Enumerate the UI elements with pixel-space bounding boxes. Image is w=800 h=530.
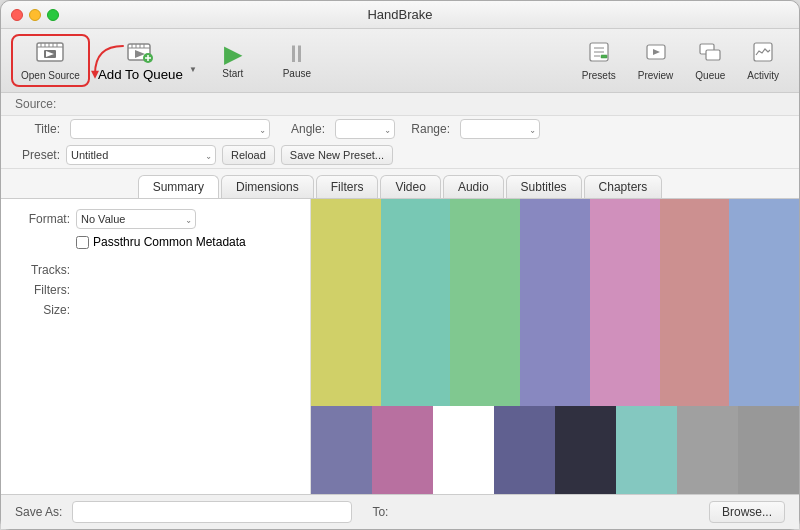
color-bar-7 (729, 199, 799, 406)
pause-button[interactable]: ⏸ Pause (267, 38, 327, 83)
browse-button[interactable]: Browse... (709, 501, 785, 523)
save-new-preset-button[interactable]: Save New Preset... (281, 145, 393, 165)
passthru-checkbox[interactable] (76, 236, 89, 249)
source-label: Source: (15, 97, 56, 111)
pause-label: Pause (283, 68, 311, 79)
passthru-label: Passthru Common Metadata (93, 235, 246, 249)
bottom-bar-4 (494, 406, 555, 495)
save-as-input[interactable] (72, 501, 352, 523)
open-source-button[interactable]: Open Source (11, 34, 90, 87)
color-bar-4 (520, 199, 590, 406)
tab-dimensions[interactable]: Dimensions (221, 175, 314, 198)
add-to-queue-group: Add To Queue ▼ (94, 36, 199, 86)
tab-summary[interactable]: Summary (138, 175, 219, 198)
close-button[interactable] (11, 9, 23, 21)
to-label: To: (372, 505, 388, 519)
preset-select-wrapper: Untitled (66, 145, 216, 165)
add-to-queue-dropdown[interactable]: ▼ (187, 63, 199, 76)
bottom-bar-7 (677, 406, 738, 495)
bottom-bar-8 (738, 406, 799, 495)
open-source-icon (36, 40, 64, 68)
format-select[interactable]: No Value (76, 209, 196, 229)
preview-label: Preview (638, 70, 674, 81)
format-select-wrapper: No Value (76, 209, 196, 229)
activity-label: Activity (747, 70, 779, 81)
preview-icon (645, 41, 667, 68)
activity-button[interactable]: Activity (737, 37, 789, 85)
start-button[interactable]: ▶ Start (203, 38, 263, 83)
content-area: Format: No Value Passthru Common Metadat… (1, 198, 799, 494)
range-select[interactable] (460, 119, 540, 139)
tracks-label: Tracks: (15, 263, 70, 277)
color-bar-1 (311, 199, 381, 406)
window-controls (11, 9, 59, 21)
titlebar: HandBrake (1, 1, 799, 29)
color-test-pattern (311, 199, 799, 494)
window-title: HandBrake (367, 7, 432, 22)
svg-rect-28 (706, 50, 720, 60)
format-label: Format: (15, 212, 70, 226)
size-label: Size: (15, 303, 70, 317)
range-select-wrapper (460, 119, 540, 139)
title-select[interactable] (70, 119, 270, 139)
bottom-bar: Save As: To: Browse... (1, 494, 799, 529)
bottom-bar-2 (372, 406, 433, 495)
presets-label: Presets (582, 70, 616, 81)
tabs-bar: Summary Dimensions Filters Video Audio S… (1, 169, 799, 198)
bottom-bar-1 (311, 406, 372, 495)
title-select-wrapper (70, 119, 270, 139)
queue-label: Queue (695, 70, 725, 81)
maximize-button[interactable] (47, 9, 59, 21)
start-icon: ▶ (224, 42, 242, 66)
svg-rect-24 (601, 55, 607, 58)
left-panel: Format: No Value Passthru Common Metadat… (1, 199, 311, 494)
queue-icon (699, 41, 721, 68)
color-bar-3 (450, 199, 520, 406)
tab-filters[interactable]: Filters (316, 175, 379, 198)
title-label: Title: (15, 122, 60, 136)
toolbar-right: Presets Preview Queue (572, 37, 789, 85)
presets-button[interactable]: Presets (572, 37, 626, 85)
tab-chapters[interactable]: Chapters (584, 175, 663, 198)
color-bar-6 (660, 199, 730, 406)
preset-label: Preset: (15, 148, 60, 162)
preset-select[interactable]: Untitled (66, 145, 216, 165)
main-window: HandBrake (0, 0, 800, 530)
activity-icon (752, 41, 774, 68)
reload-button[interactable]: Reload (222, 145, 275, 165)
title-row: Title: Angle: Range: (1, 116, 799, 142)
angle-select-wrapper (335, 119, 395, 139)
save-as-label: Save As: (15, 505, 62, 519)
start-label: Start (222, 68, 243, 79)
source-bar: Source: (1, 93, 799, 116)
add-to-queue-icon (126, 40, 154, 67)
filters-label: Filters: (15, 283, 70, 297)
size-row: Size: (15, 303, 296, 317)
bottom-bar-3 (433, 406, 494, 495)
open-source-label: Open Source (21, 70, 80, 81)
angle-select[interactable] (335, 119, 395, 139)
bottom-bar-5 (555, 406, 616, 495)
presets-icon (588, 41, 610, 68)
passthru-row: Passthru Common Metadata (76, 235, 296, 249)
bottom-bar-6 (616, 406, 677, 495)
color-bars-top (311, 199, 799, 406)
format-row: Format: No Value (15, 209, 296, 229)
angle-label: Angle: (280, 122, 325, 136)
add-to-queue-button[interactable]: Add To Queue (94, 36, 187, 86)
preset-row: Preset: Untitled Reload Save New Preset.… (1, 142, 799, 169)
toolbar: Open Source (1, 29, 799, 93)
tab-video[interactable]: Video (380, 175, 440, 198)
minimize-button[interactable] (29, 9, 41, 21)
right-panel (311, 199, 799, 494)
open-source-container: Open Source (11, 34, 90, 87)
tracks-row: Tracks: (15, 263, 296, 277)
preview-button[interactable]: Preview (628, 37, 684, 85)
filters-row: Filters: (15, 283, 296, 297)
add-to-queue-label: Add To Queue (98, 67, 183, 82)
tab-subtitles[interactable]: Subtitles (506, 175, 582, 198)
color-bar-5 (590, 199, 660, 406)
color-bars-bottom (311, 406, 799, 495)
queue-button[interactable]: Queue (685, 37, 735, 85)
tab-audio[interactable]: Audio (443, 175, 504, 198)
